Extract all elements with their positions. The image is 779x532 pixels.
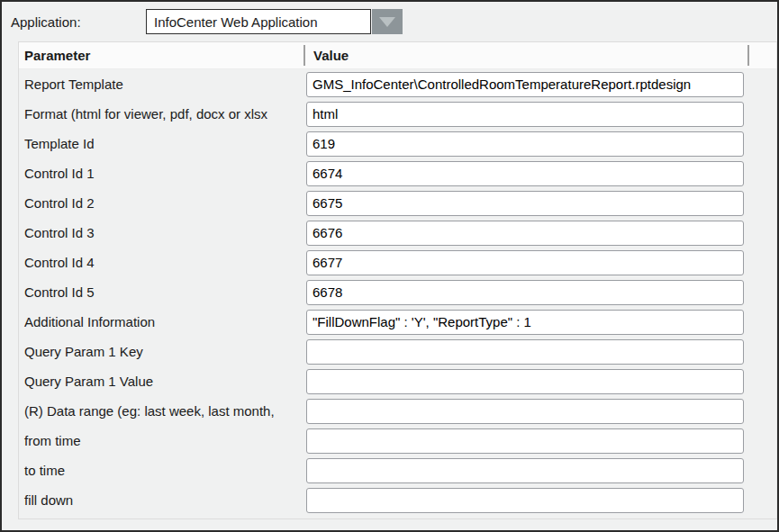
column-divider — [303, 45, 305, 66]
table-row: Query Param 1 Value — [19, 366, 776, 396]
parameter-label: Format (html for viewer, pdf, docx or xl… — [19, 106, 306, 122]
table-row: to time — [19, 455, 776, 485]
application-dropdown[interactable]: InfoCenter Web Application — [146, 9, 403, 34]
table-row: from time — [19, 426, 776, 455]
table-row: Control Id 3 — [19, 218, 776, 248]
value-input[interactable] — [306, 191, 744, 216]
table-row: Format (html for viewer, pdf, docx or xl… — [19, 99, 776, 129]
parameter-label: (R) Data range (eg: last week, last mont… — [19, 403, 306, 419]
value-input[interactable] — [306, 131, 744, 157]
parameter-column-header: Parameter — [19, 48, 90, 63]
value-input[interactable] — [306, 280, 744, 305]
application-dropdown-button[interactable] — [372, 9, 403, 34]
value-input[interactable] — [306, 310, 744, 335]
value-input[interactable] — [306, 102, 744, 127]
value-input[interactable] — [306, 399, 744, 424]
parameter-label: Control Id 1 — [19, 166, 306, 181]
parameter-label: Control Id 4 — [19, 255, 306, 270]
value-input[interactable] — [306, 488, 744, 513]
parameter-table: Parameter Value Report TemplateFormat (h… — [18, 41, 777, 519]
parameter-label: to time — [19, 463, 306, 478]
parameter-label: Template Id — [19, 136, 306, 151]
table-row: Control Id 1 — [19, 158, 776, 188]
parameter-label: fill down — [19, 492, 306, 508]
parameter-label: Control Id 3 — [19, 225, 306, 240]
value-input[interactable] — [306, 221, 744, 246]
table-row: Report Template — [19, 69, 776, 99]
table-row: Additional Information — [19, 307, 776, 337]
table-row: Control Id 4 — [19, 248, 776, 277]
table-row: Template Id — [19, 129, 776, 158]
value-input[interactable] — [306, 428, 744, 454]
application-dropdown-value[interactable]: InfoCenter Web Application — [146, 9, 371, 34]
column-divider — [747, 45, 749, 66]
value-input[interactable] — [306, 72, 744, 97]
parameter-label: Control Id 5 — [19, 284, 306, 300]
chevron-down-icon — [379, 17, 395, 27]
parameter-label: Control Id 2 — [19, 195, 306, 211]
table-rows: Report TemplateFormat (html for viewer, … — [19, 69, 776, 515]
parameter-label: Query Param 1 Value — [19, 374, 306, 389]
parameter-label: Report Template — [19, 77, 306, 92]
value-input[interactable] — [306, 339, 744, 365]
table-row: Control Id 2 — [19, 188, 776, 218]
value-input[interactable] — [306, 458, 744, 483]
table-row: Control Id 5 — [19, 277, 776, 307]
application-label: Application: — [11, 14, 146, 30]
value-column-header: Value — [313, 48, 349, 63]
report-config-window: Application: InfoCenter Web Application … — [0, 0, 779, 532]
value-input[interactable] — [306, 250, 744, 275]
value-input[interactable] — [306, 369, 744, 394]
parameter-label: Additional Information — [19, 314, 306, 329]
parameter-label: Query Param 1 Key — [19, 344, 306, 359]
parameter-label: from time — [19, 433, 306, 448]
table-row: fill down — [19, 485, 776, 515]
value-input[interactable] — [306, 161, 744, 186]
table-row: Query Param 1 Key — [19, 337, 776, 366]
table-row: (R) Data range (eg: last week, last mont… — [19, 396, 776, 426]
table-header-row: Parameter Value — [19, 42, 776, 69]
application-bar: Application: InfoCenter Web Application — [11, 9, 403, 34]
